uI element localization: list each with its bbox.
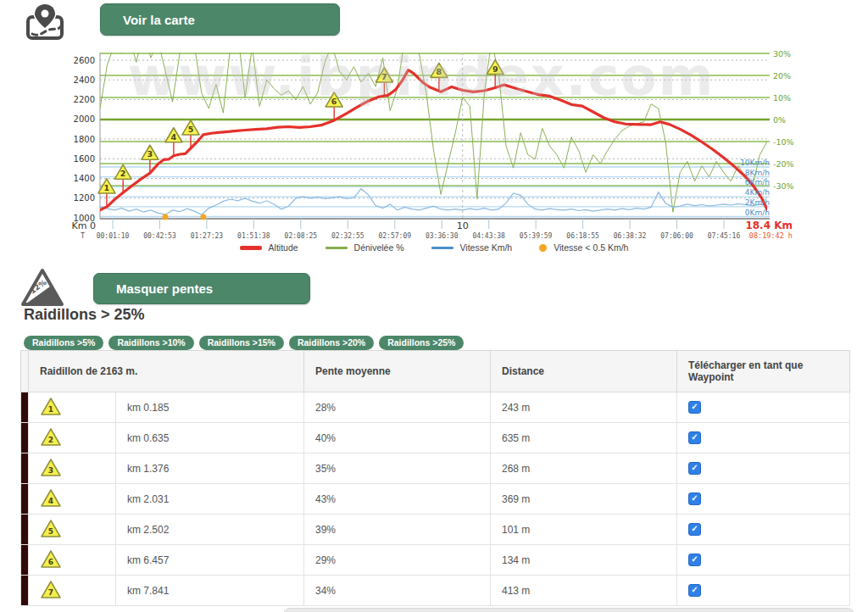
- svg-text:10Km/h: 10Km/h: [740, 159, 770, 167]
- svg-text:02:57:09: 02:57:09: [378, 232, 411, 240]
- raidillon-filter-2[interactable]: Raidillons >10%: [108, 336, 193, 350]
- raidillons-table: Raidillon de 2163 m. Pente moyenne Dista…: [20, 350, 850, 606]
- svg-text:02:32:55: 02:32:55: [331, 232, 364, 240]
- warning-triangle-icon: 3: [29, 453, 116, 484]
- svg-text:6: 6: [48, 558, 53, 566]
- svg-text:04:43:38: 04:43:38: [472, 232, 505, 240]
- km-cell: km 7.841: [116, 576, 304, 606]
- svg-text:6Km/h: 6Km/h: [745, 178, 770, 186]
- masquer-pentes-button[interactable]: Masquer pentes: [93, 273, 310, 304]
- warning-triangle-icon: 4: [29, 484, 116, 515]
- raidillon-filter-5[interactable]: Raidillons >25%: [379, 336, 464, 350]
- waypoint-checkbox[interactable]: ✓: [688, 462, 701, 475]
- svg-text:2: 2: [48, 436, 53, 444]
- waypoint-cell: ✓: [677, 392, 850, 423]
- svg-text:2400: 2400: [74, 75, 95, 85]
- svg-text:00:42:53: 00:42:53: [143, 232, 176, 240]
- svg-text:2600: 2600: [74, 56, 95, 65]
- svg-text:01:27:23: 01:27:23: [191, 232, 224, 240]
- waypoint-cell: ✓: [677, 545, 850, 576]
- table-header-row: Raidillon de 2163 m. Pente moyenne Dista…: [21, 351, 850, 392]
- svg-text:2000: 2000: [74, 114, 95, 124]
- svg-text:8Km/h: 8Km/h: [745, 169, 770, 177]
- svg-text:-10%: -10%: [773, 137, 794, 147]
- svg-text:-20%: -20%: [773, 159, 794, 169]
- row-color-bar: [21, 484, 29, 515]
- waypoint-checkbox[interactable]: ✓: [688, 554, 701, 566]
- km-cell: km 0.185: [116, 392, 304, 423]
- warning-triangle-icon: 7: [29, 576, 116, 606]
- waypoint-checkbox[interactable]: ✓: [688, 401, 701, 414]
- raidillon-filter-1[interactable]: Raidillons >5%: [24, 336, 103, 350]
- legend-item: Vitesse Km/h: [431, 242, 513, 253]
- svg-text:05:39:59: 05:39:59: [520, 232, 553, 240]
- warning-triangle-icon: 5: [29, 515, 116, 545]
- svg-text:5: 5: [188, 125, 194, 134]
- svg-text:01:51:38: 01:51:38: [237, 232, 270, 240]
- svg-text:07:45:16: 07:45:16: [708, 232, 741, 240]
- svg-text:10: 10: [457, 220, 469, 231]
- header-color-bar: [21, 351, 29, 392]
- distance-cell: 635 m: [491, 423, 677, 453]
- raidillon-filter-4[interactable]: Raidillons >20%: [289, 336, 374, 350]
- svg-text:-30%: -30%: [773, 181, 794, 191]
- waypoint-checkbox[interactable]: ✓: [688, 584, 701, 597]
- waypoint-checkbox[interactable]: ✓: [688, 523, 701, 536]
- row-color-bar: [21, 423, 29, 453]
- raidillons-title: Raidillons > 25%: [24, 306, 145, 324]
- waypoint-cell: ✓: [677, 515, 850, 545]
- svg-text:06:38:32: 06:38:32: [614, 232, 647, 240]
- row-color-bar: [21, 545, 29, 576]
- waypoint-cell: ✓: [677, 423, 850, 453]
- svg-text:1: 1: [48, 405, 53, 414]
- legend-item: Altitude: [240, 242, 298, 253]
- svg-text:Km 0: Km 0: [72, 220, 96, 231]
- km-cell: km 0.635: [116, 423, 304, 453]
- svg-text:06:18:55: 06:18:55: [566, 232, 599, 240]
- watermark: www.ibpindex.com: [128, 46, 715, 108]
- distance-cell: 369 m: [491, 484, 677, 515]
- svg-text:2: 2: [120, 169, 126, 178]
- distance-cell: 413 m: [491, 576, 677, 606]
- distance-cell: 134 m: [491, 545, 677, 576]
- partial-bottom-element: [283, 608, 854, 612]
- table-row: 3km 1.37635%268 m✓: [21, 453, 850, 484]
- raidillon-marker-4: 4: [165, 128, 182, 155]
- svg-text:7: 7: [48, 588, 53, 597]
- svg-text:0%: 0%: [773, 115, 786, 125]
- pente-cell: 43%: [304, 484, 491, 515]
- svg-text:03:36:30: 03:36:30: [426, 232, 459, 240]
- raidillon-filter-3[interactable]: Raidillons >15%: [199, 336, 284, 350]
- svg-text:30%: 30%: [773, 49, 791, 58]
- header-pente: Pente moyenne: [304, 351, 491, 392]
- raidillons-filters: Raidillons >5%Raidillons >10%Raidillons …: [24, 336, 464, 350]
- pente-cell: 34%: [304, 576, 491, 606]
- slow-speed-dot: [200, 214, 206, 220]
- svg-text:02:08:25: 02:08:25: [285, 232, 318, 240]
- svg-text:1800: 1800: [74, 135, 95, 144]
- chart-legend: AltitudeDénivelée %Vitesse Km/hVitesse <…: [0, 242, 868, 253]
- waypoint-checkbox[interactable]: ✓: [688, 431, 701, 444]
- svg-text:1600: 1600: [74, 154, 95, 164]
- header-distance: Distance: [491, 351, 677, 392]
- legend-label: Altitude: [269, 242, 298, 253]
- km-cell: km 2.502: [116, 515, 304, 545]
- pente-cell: 39%: [304, 515, 491, 545]
- steep-slope-sign-icon: 12%: [19, 266, 65, 312]
- warning-triangle-icon: 2: [29, 423, 116, 453]
- table-row: 6km 6.45729%134 m✓: [21, 545, 850, 576]
- row-color-bar: [21, 392, 29, 423]
- svg-text:10%: 10%: [773, 93, 791, 103]
- svg-text:3: 3: [147, 149, 153, 159]
- elevation-profile-chart: 123456789www.ibpindex.com260024002200200…: [0, 0, 868, 264]
- row-color-bar: [21, 453, 29, 484]
- legend-swatch-icon: [240, 246, 262, 250]
- waypoint-checkbox[interactable]: ✓: [688, 492, 701, 505]
- svg-text:2Km/h: 2Km/h: [745, 198, 770, 207]
- header-raidillon: Raidillon de 2163 m.: [29, 351, 304, 392]
- svg-text:4: 4: [171, 132, 177, 142]
- distance-cell: 268 m: [491, 453, 677, 484]
- table-row: 5km 2.50239%101 m✓: [21, 515, 850, 545]
- svg-text:1400: 1400: [74, 174, 95, 183]
- svg-text:20%: 20%: [773, 71, 791, 81]
